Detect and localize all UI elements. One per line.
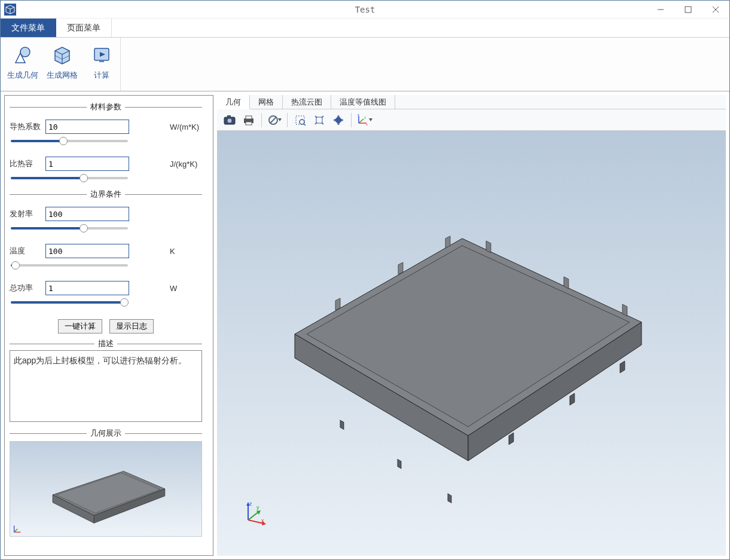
power-slider[interactable] — [11, 298, 128, 307]
view-tab-isotherm[interactable]: 温度等值线图 — [331, 95, 395, 109]
svg-rect-21 — [246, 116, 252, 119]
toolbar-separator — [261, 113, 262, 127]
section-material-label: 材料参数 — [87, 102, 125, 112]
tab-file-menu[interactable]: 文件菜单 — [1, 19, 56, 37]
emiss-slider[interactable] — [11, 224, 128, 233]
k-input[interactable] — [45, 120, 129, 134]
power-label: 总功率 — [10, 283, 41, 293]
svg-marker-47 — [622, 304, 627, 316]
preview-plate-icon — [10, 442, 201, 536]
calculate-button[interactable]: 计算 — [84, 41, 119, 82]
calc-all-button[interactable]: 一键计算 — [58, 319, 102, 333]
section-preview: 几何展示 — [10, 428, 202, 439]
param-temperature: 温度 K — [10, 244, 202, 258]
section-description: 描述 — [10, 338, 202, 349]
cp-label: 比热容 — [10, 158, 41, 169]
geometry-preview[interactable] — [10, 441, 202, 537]
svg-point-27 — [300, 120, 304, 124]
section-preview-label: 几何展示 — [87, 428, 125, 439]
tab-page-menu[interactable]: 页面菜单 — [56, 19, 112, 37]
power-input[interactable] — [45, 281, 129, 295]
maximize-button[interactable] — [674, 1, 702, 19]
calculate-label: 计算 — [94, 70, 109, 81]
section-material: 材料参数 — [10, 102, 202, 112]
printer-icon — [243, 115, 255, 126]
app-icon — [4, 4, 16, 16]
param-emissivity: 发射率 — [10, 207, 202, 221]
svg-text:z: z — [249, 501, 252, 507]
canvas-3d[interactable]: z x y — [217, 131, 726, 556]
title-bar: Test — [1, 1, 729, 19]
cp-input[interactable] — [45, 157, 129, 171]
param-specific-heat: 比热容 J/(kg*K) — [10, 157, 202, 171]
svg-marker-43 — [398, 262, 403, 274]
gen-mesh-button[interactable]: 生成网格 — [45, 41, 80, 82]
k-unit: W/(m*K) — [170, 123, 202, 131]
param-thermal-conductivity: 导热系数 W/(m*K) — [10, 120, 202, 134]
temp-slider[interactable] — [11, 261, 128, 270]
window-title: Test — [355, 5, 375, 14]
mesh-icon — [51, 45, 73, 66]
ribbon-body: 生成几何 生成网格 计算 — [1, 38, 729, 91]
svg-rect-2 — [685, 7, 691, 13]
sidebar: 材料参数 导热系数 W/(m*K) 比热容 J/(kg*K) 边界条件 — [4, 95, 213, 556]
main-content: 材料参数 导热系数 W/(m*K) 比热容 J/(kg*K) 边界条件 — [1, 91, 729, 559]
svg-line-24 — [270, 117, 276, 123]
svg-point-18 — [227, 118, 232, 123]
emiss-label: 发射率 — [10, 209, 41, 219]
power-unit: W — [170, 284, 202, 293]
gen-geometry-button[interactable]: 生成几何 — [5, 41, 40, 82]
reset-view-button[interactable] — [265, 112, 283, 128]
svg-rect-48 — [340, 420, 344, 429]
svg-marker-37 — [369, 118, 372, 121]
svg-line-33 — [359, 119, 364, 123]
emiss-input[interactable] — [45, 207, 129, 221]
svg-marker-52 — [570, 393, 575, 405]
show-log-button[interactable]: 显示日志 — [109, 319, 154, 333]
temp-label: 温度 — [10, 246, 41, 256]
sidebar-buttons: 一键计算 显示日志 — [10, 319, 202, 333]
maximize-icon — [685, 6, 692, 13]
gen-mesh-label: 生成网格 — [47, 70, 78, 81]
viewport: 几何 网格 热流云图 温度等值线图 zyx — [217, 95, 726, 556]
cp-unit: J/(kg*K) — [170, 160, 202, 169]
calculate-icon — [91, 45, 112, 66]
geometry-icon — [12, 45, 33, 66]
section-boundary: 边界条件 — [10, 189, 202, 200]
minimize-button[interactable] — [647, 1, 674, 19]
preview-axes-icon — [12, 524, 23, 534]
view-tab-heatflux[interactable]: 热流云图 — [283, 95, 331, 109]
svg-text:x: x — [366, 123, 368, 126]
print-button[interactable] — [240, 112, 258, 128]
svg-marker-53 — [620, 361, 625, 373]
toolbar-separator — [351, 113, 352, 127]
axes-orientation-button[interactable]: zyx — [355, 112, 373, 128]
svg-text:z: z — [358, 114, 359, 117]
svg-line-60 — [248, 512, 259, 520]
window-controls — [647, 1, 729, 19]
description-text: 此app为后上封板模型，可以进行热辐射分析。 — [10, 350, 202, 422]
svg-marker-30 — [334, 116, 343, 124]
zoom-extents-button[interactable] — [310, 112, 328, 128]
axes-gizmo-icon: z x y — [242, 500, 268, 526]
snapshot-button[interactable] — [221, 112, 239, 128]
ribbon-group-main: 生成几何 生成网格 计算 — [1, 38, 121, 91]
svg-marker-51 — [509, 433, 514, 445]
rotate-button[interactable] — [329, 112, 347, 128]
view-tab-geometry[interactable]: 几何 — [217, 95, 250, 109]
zoom-box-icon — [294, 114, 306, 126]
svg-rect-50 — [448, 494, 451, 503]
close-button[interactable] — [702, 1, 729, 19]
minimize-icon — [657, 6, 664, 13]
axes-icon: zyx — [356, 114, 369, 126]
param-power: 总功率 W — [10, 281, 202, 295]
svg-line-28 — [304, 124, 306, 126]
k-slider[interactable] — [11, 136, 128, 146]
close-icon — [712, 6, 719, 13]
svg-marker-44 — [445, 236, 450, 248]
svg-rect-49 — [398, 459, 401, 468]
cp-slider[interactable] — [11, 173, 128, 183]
view-tab-mesh[interactable]: 网格 — [250, 95, 283, 109]
zoom-box-button[interactable] — [291, 112, 309, 128]
temp-input[interactable] — [45, 244, 129, 258]
